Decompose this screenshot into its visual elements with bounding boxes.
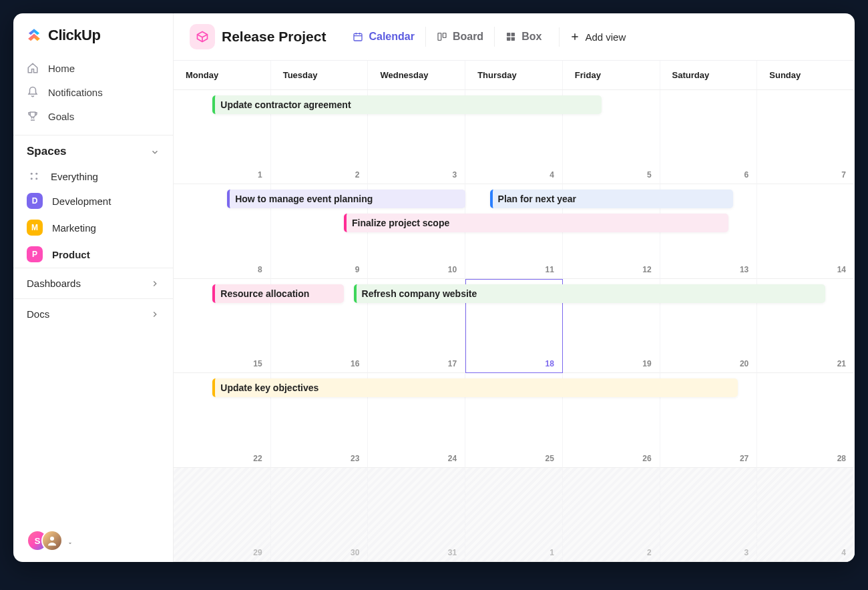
nav-docs[interactable]: Docs bbox=[13, 298, 173, 329]
calendar-date: 20 bbox=[740, 359, 748, 368]
main: Release Project CalendarBoardBox Add vie… bbox=[174, 13, 855, 562]
space-badge: P bbox=[27, 246, 43, 262]
calendar-date: 1 bbox=[550, 548, 554, 557]
view-tab-calendar[interactable]: Calendar bbox=[342, 27, 425, 47]
calendar-task[interactable]: Finalize project scope bbox=[344, 214, 728, 232]
calendar-cell[interactable]: 1 bbox=[465, 468, 563, 562]
calendar-date: 25 bbox=[545, 454, 554, 463]
nav-goals[interactable]: Goals bbox=[13, 104, 173, 128]
svg-rect-5 bbox=[354, 33, 362, 41]
space-badge: M bbox=[27, 220, 43, 236]
view-tab-label: Board bbox=[453, 31, 483, 43]
calendar-date: 2 bbox=[647, 548, 652, 557]
nav-home-label: Home bbox=[48, 63, 75, 74]
logo-icon bbox=[25, 27, 43, 44]
calendar-date: 23 bbox=[351, 454, 359, 463]
calendar-date: 27 bbox=[740, 454, 748, 463]
spaces-header[interactable]: Spaces bbox=[13, 135, 173, 165]
calendar-day-header: Saturday bbox=[660, 61, 758, 89]
calendar-date: 2 bbox=[355, 170, 360, 180]
bell-icon bbox=[27, 86, 39, 98]
avatar-stack[interactable]: S bbox=[27, 530, 63, 551]
project-icon bbox=[190, 24, 215, 49]
calendar-cell[interactable]: 7 bbox=[757, 90, 855, 184]
calendar-date: 16 bbox=[351, 359, 359, 368]
calendar-date: 3 bbox=[452, 170, 457, 180]
nav-dashboards[interactable]: Dashboards bbox=[13, 268, 173, 298]
calendar-cell[interactable]: 6 bbox=[660, 90, 758, 184]
space-everything[interactable]: Everything bbox=[13, 165, 173, 188]
avatar bbox=[41, 530, 63, 551]
calendar-header-row: MondayTuesdayWednesdayThursdayFridaySatu… bbox=[174, 61, 855, 90]
space-label: Product bbox=[52, 249, 90, 260]
spaces-header-label: Spaces bbox=[27, 145, 67, 158]
calendar-date: 26 bbox=[642, 454, 651, 463]
box-icon bbox=[505, 31, 516, 42]
calendar-day-header: Sunday bbox=[757, 61, 855, 89]
sidebar: ClickUp Home Notifications Goals bbox=[13, 13, 174, 562]
nav-home[interactable]: Home bbox=[13, 56, 173, 80]
svg-point-0 bbox=[31, 173, 33, 175]
calendar-cell[interactable]: 3 bbox=[660, 468, 758, 562]
chevron-right-icon bbox=[150, 279, 160, 288]
home-icon bbox=[27, 62, 39, 74]
calendar-cell[interactable]: 30 bbox=[271, 468, 369, 562]
view-tab-board[interactable]: Board bbox=[425, 27, 494, 47]
nav-notifications[interactable]: Notifications bbox=[13, 80, 173, 104]
calendar-date: 30 bbox=[351, 548, 359, 557]
calendar-date: 28 bbox=[837, 454, 846, 463]
space-label: Development bbox=[52, 196, 111, 207]
calendar-task[interactable]: Update key objectives bbox=[212, 378, 738, 397]
svg-rect-7 bbox=[443, 33, 446, 38]
calendar-task[interactable]: How to manage event planning bbox=[227, 190, 465, 208]
calendar-task[interactable]: Update contractor agreement bbox=[212, 95, 602, 114]
calendar-task[interactable]: Plan for next year bbox=[490, 190, 733, 208]
calendar-date: 19 bbox=[642, 359, 651, 368]
calendar-date: 12 bbox=[642, 265, 651, 274]
nav-dashboards-label: Dashboards bbox=[27, 278, 81, 289]
calendar-cell[interactable]: 14 bbox=[757, 184, 855, 278]
space-item-product[interactable]: PProduct bbox=[13, 241, 173, 268]
svg-point-4 bbox=[50, 537, 54, 541]
trophy-icon bbox=[27, 110, 39, 122]
calendar-date: 17 bbox=[448, 359, 457, 368]
view-tab-label: Box bbox=[521, 31, 541, 43]
calendar-date: 14 bbox=[837, 265, 846, 274]
calendar: MondayTuesdayWednesdayThursdayFridaySatu… bbox=[174, 61, 855, 562]
calendar-cell[interactable]: 29 bbox=[174, 468, 271, 562]
board-icon bbox=[437, 31, 447, 42]
svg-rect-11 bbox=[511, 37, 515, 41]
add-view-button[interactable]: Add view bbox=[559, 27, 636, 47]
nav-docs-label: Docs bbox=[27, 308, 49, 320]
svg-rect-6 bbox=[438, 33, 441, 41]
calendar-date: 24 bbox=[448, 454, 457, 463]
space-item-development[interactable]: DDevelopment bbox=[13, 188, 173, 214]
calendar-date: 3 bbox=[744, 548, 749, 557]
calendar-day-header: Tuesday bbox=[271, 61, 369, 89]
grid-icon bbox=[28, 170, 40, 182]
calendar-cell[interactable]: 4 bbox=[757, 468, 855, 562]
project-title: Release Project bbox=[222, 29, 326, 45]
calendar-date: 21 bbox=[837, 359, 846, 368]
calendar-task[interactable]: Refresh company website bbox=[354, 284, 826, 303]
space-item-marketing[interactable]: MMarketing bbox=[13, 214, 173, 241]
caret-down-icon[interactable] bbox=[67, 537, 73, 544]
calendar-cell[interactable]: 2 bbox=[563, 468, 660, 562]
calendar-date: 4 bbox=[550, 170, 554, 180]
calendar-date: 6 bbox=[744, 170, 749, 180]
svg-rect-9 bbox=[511, 33, 515, 36]
logo[interactable]: ClickUp bbox=[13, 13, 173, 56]
svg-rect-8 bbox=[507, 33, 510, 36]
calendar-date: 10 bbox=[448, 265, 457, 274]
calendar-date: 1 bbox=[258, 170, 262, 180]
calendar-task[interactable]: Resource allocation bbox=[212, 284, 344, 303]
calendar-grid: 1234567891011121314151617181920212223242… bbox=[174, 90, 855, 562]
calendar-date: 31 bbox=[448, 548, 457, 557]
calendar-day-header: Thursday bbox=[465, 61, 563, 89]
calendar-date: 5 bbox=[647, 170, 652, 180]
view-tab-box[interactable]: Box bbox=[494, 27, 552, 47]
calendar-date: 29 bbox=[253, 548, 262, 557]
calendar-cell[interactable]: 28 bbox=[757, 373, 855, 467]
calendar-cell[interactable]: 31 bbox=[368, 468, 465, 562]
svg-rect-10 bbox=[507, 37, 510, 41]
